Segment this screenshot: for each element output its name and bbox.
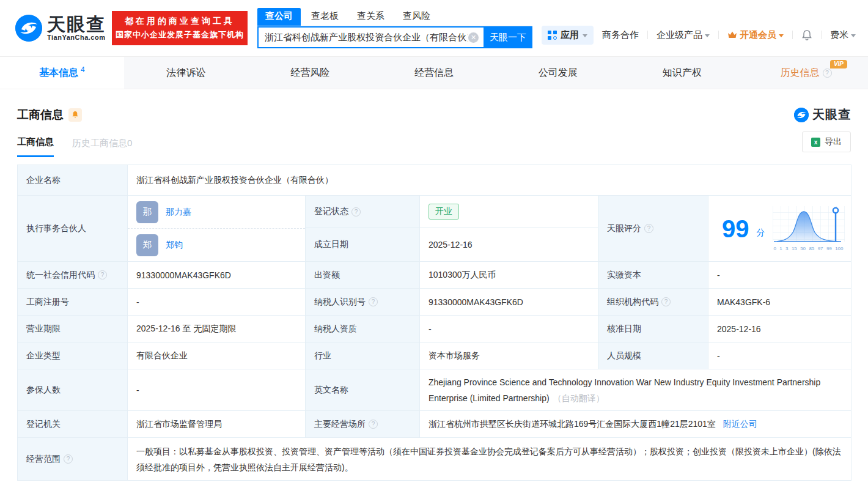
nearby-companies-link[interactable]: 附近公司 (723, 419, 757, 429)
partner-item: 郑 郑钧 (128, 228, 305, 261)
capital-value: 1010300万人民币 (420, 262, 598, 289)
establish-date-label: 成立日期 (306, 228, 420, 262)
english-name-label: 英文名称 (306, 369, 420, 411)
tab-operating-info[interactable]: 经营信息 (372, 57, 496, 89)
staff-size-label: 人员规模 (598, 342, 708, 369)
staff-size-value: - (708, 342, 851, 369)
business-term-label: 营业期限 (18, 316, 128, 342)
tab-legal-proceedings[interactable]: 法律诉讼 (124, 57, 248, 89)
help-icon[interactable] (369, 420, 378, 429)
english-name-text: Zhejiang Province Science and Technology… (428, 377, 820, 403)
tianyancha-logo[interactable]: 天眼查 TianYanCha.com (15, 15, 106, 42)
approval-date-value: 2025-12-16 (708, 316, 851, 342)
help-icon[interactable] (64, 454, 73, 464)
chevron-down-icon (851, 34, 856, 37)
help-icon[interactable] (661, 297, 671, 306)
monitor-bell-button[interactable] (68, 108, 82, 122)
tab-basic-info-label: 基本信息 (39, 67, 78, 80)
help-icon[interactable] (98, 270, 107, 280)
business-scope-label-text: 经营范围 (26, 454, 61, 464)
open-vip-menu[interactable]: 开通会员 (727, 29, 784, 41)
avatar: 那 (136, 201, 158, 223)
table-row: 经营范围 一般项目：以私募基金从事股权投资、投资管理、资产管理等活动（须在中国证… (18, 438, 851, 481)
company-type-value: 有限合伙企业 (128, 342, 306, 369)
partner-link[interactable]: 郑钧 (166, 240, 183, 251)
search-tab-company[interactable]: 查公司 (257, 8, 301, 26)
user-menu[interactable]: 费米 (830, 29, 856, 41)
enterprise-products-label: 企业级产品 (657, 29, 702, 41)
help-icon[interactable] (351, 207, 361, 217)
search-tab-relation[interactable]: 查关系 (349, 8, 392, 26)
reg-authority-label: 登记机关 (18, 411, 128, 438)
tab-history-info[interactable]: VIP 历史信息 (744, 57, 868, 89)
apps-menu[interactable]: 应用 (542, 26, 594, 45)
tab-company-development[interactable]: 公司发展 (496, 57, 620, 89)
business-scope-label: 经营范围 (18, 438, 128, 481)
reg-number-label: 工商注册号 (18, 289, 128, 316)
reg-authority-value: 浙江省市场监督管理局 (128, 411, 306, 438)
taxpayer-quality-label: 纳税人资质 (306, 316, 420, 342)
company-type-label: 企业类型 (18, 342, 128, 369)
table-row: 企业名称 浙江省科创战新产业股权投资合伙企业（有限合伙） (18, 165, 851, 196)
taxpayer-id-label: 纳税人识别号 (306, 289, 420, 316)
reg-status-label: 登记状态 (306, 196, 420, 228)
tab-basic-info-count: 4 (81, 65, 85, 74)
help-icon[interactable] (823, 68, 832, 78)
partner-item: 那 那力嘉 (128, 196, 305, 228)
tab-operating-risk[interactable]: 经营风险 (248, 57, 372, 89)
enterprise-products-menu[interactable]: 企业级产品 (657, 29, 710, 41)
org-code-value: MAK43GFK-6 (708, 289, 851, 316)
subtab-history-registration[interactable]: 历史工商信息0 (72, 138, 132, 157)
taxpayer-id-label-text: 纳税人识别号 (314, 297, 366, 306)
avatar: 郑 (136, 234, 158, 256)
export-label: 导出 (825, 136, 842, 147)
divider (792, 31, 793, 39)
search-area: 查公司 查老板 查关系 查风险 ✕ 天眼一下 (257, 8, 532, 48)
reg-status-label-text: 登记状态 (314, 206, 348, 216)
industry-value: 资本市场服务 (420, 342, 598, 369)
credit-code-label: 统一社会信用代码 (18, 262, 128, 289)
open-vip-label: 开通会员 (740, 29, 776, 41)
username: 费米 (830, 29, 848, 41)
chevron-down-icon (705, 34, 710, 37)
crown-icon (727, 31, 737, 39)
table-row: 执行事务合伙人 那 那力嘉 郑 郑钧 登记状态 开业 天眼评分 99 分 (18, 196, 851, 228)
business-cooperation-link[interactable]: 商务合作 (602, 29, 639, 41)
section-title: 工商信息 (17, 107, 64, 123)
address-value: 浙江省杭州市拱墅区长庆街道环城北路169号汇金国际大厦西1幢21层2101室 附… (420, 411, 851, 438)
section-watermark-logo: 天眼查 (794, 106, 851, 123)
search-button[interactable]: 天眼一下 (484, 26, 532, 48)
search-tabs: 查公司 查老板 查关系 查风险 (257, 8, 532, 26)
site-header: 天眼查 TianYanCha.com 都在用的商业查询工具 国家中小企业发展子基… (0, 0, 868, 56)
tab-label: 经营信息 (414, 67, 454, 80)
partner-link[interactable]: 那力嘉 (166, 207, 191, 218)
search-tab-boss[interactable]: 查老板 (303, 8, 347, 26)
insured-count-value: - (128, 369, 306, 411)
tianyancha-logo-icon (15, 15, 42, 42)
taxpayer-quality-value: - (420, 316, 598, 342)
org-code-label-text: 组织机构代码 (607, 297, 658, 306)
paid-capital-value: - (708, 262, 851, 289)
table-row: 工商注册号 - 纳税人识别号 91330000MAK43GFK6D 组织机构代码… (18, 289, 851, 316)
tab-basic-info[interactable]: 基本信息 4 (0, 57, 124, 89)
divider (821, 31, 822, 39)
slogan-line1: 都在用的商业查询工具 (125, 16, 235, 27)
status-badge: 开业 (428, 204, 459, 220)
tab-label: 法律诉讼 (166, 67, 205, 80)
help-icon[interactable] (369, 297, 378, 306)
clear-search-icon[interactable]: ✕ (468, 32, 479, 43)
export-button[interactable]: x 导出 (802, 131, 851, 152)
table-row: 参保人数 - 英文名称 Zhejiang Province Science an… (18, 369, 851, 411)
notification-bell-icon[interactable] (801, 29, 812, 41)
tianyancha-logo-icon (794, 108, 809, 122)
search-tab-risk[interactable]: 查风险 (395, 8, 438, 26)
help-icon[interactable] (644, 224, 653, 233)
subtab-current-registration[interactable]: 工商信息 (17, 136, 54, 157)
approval-date-label: 核准日期 (598, 316, 708, 342)
excel-icon: x (811, 138, 820, 147)
business-term-value: 2025-12-16 至 无固定期限 (128, 316, 306, 342)
tab-intellectual-property[interactable]: 知识产权 (620, 57, 744, 89)
reg-status-value: 开业 (420, 196, 598, 228)
tab-history-info-label: 历史信息 (781, 67, 820, 80)
search-input[interactable] (265, 32, 468, 43)
